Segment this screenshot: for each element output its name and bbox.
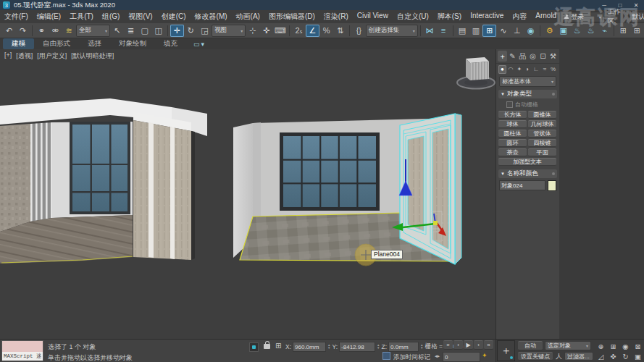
selection-filter-dropdown[interactable]: 全部▾ bbox=[76, 25, 110, 37]
select-and-move-icon[interactable]: ✛ bbox=[170, 25, 184, 37]
edit-named-sets-icon[interactable]: {} bbox=[352, 25, 366, 37]
auto-key-button[interactable]: 自动 bbox=[518, 341, 543, 350]
tab-hierarchy[interactable]: 品 bbox=[518, 51, 527, 62]
rendered-frame-icon[interactable]: ▣ bbox=[556, 25, 570, 37]
x-spinner[interactable]: ▲▼ bbox=[327, 344, 330, 350]
object-color-swatch[interactable] bbox=[548, 180, 556, 191]
mirror-icon[interactable]: ⋈ bbox=[423, 25, 437, 37]
key-filters-figure-icon[interactable]: 人 bbox=[556, 352, 562, 361]
key-mode-icon[interactable]: ✦ bbox=[482, 352, 488, 359]
selected-set-dropdown[interactable]: 选定对象▾ bbox=[545, 341, 591, 350]
autogrid-checkbox[interactable] bbox=[506, 101, 513, 108]
select-object-icon[interactable]: ↖ bbox=[110, 25, 124, 37]
set-key-big-button[interactable]: ＋ bbox=[497, 340, 515, 361]
category-spacewarps[interactable]: ≈ bbox=[541, 65, 549, 74]
angle-snap-icon[interactable]: ∠ bbox=[306, 25, 319, 37]
frame-spinner-arrows[interactable]: ◂▸ bbox=[435, 353, 440, 359]
menu-item[interactable]: Arnold bbox=[531, 12, 561, 22]
primitive-button[interactable]: 圆环 bbox=[498, 139, 527, 147]
menu-item[interactable]: Interactive bbox=[466, 12, 508, 22]
tab-motion[interactable]: ◎ bbox=[528, 51, 538, 62]
render-setup-icon[interactable]: ⚙ bbox=[543, 25, 556, 37]
tab-create[interactable]: ＋ bbox=[498, 51, 507, 62]
curve-editor-icon[interactable]: ∿ bbox=[496, 25, 510, 37]
spinner-snap-icon[interactable]: ⇅ bbox=[333, 25, 347, 37]
select-and-scale-icon[interactable]: ◲ bbox=[198, 25, 212, 37]
render-arnold-icon[interactable]: ⌁ bbox=[598, 25, 611, 37]
schematic-view-icon[interactable]: ⊥ bbox=[510, 25, 524, 37]
bind-to-space-warp-icon[interactable]: ≋ bbox=[62, 25, 76, 37]
named-selection-sets-dropdown[interactable]: 创建选择集▾ bbox=[366, 25, 418, 37]
layer-explorer-icon[interactable]: ▥ bbox=[469, 25, 482, 37]
scene-explorer-icon[interactable]: ▤ bbox=[455, 25, 469, 37]
render-production-icon[interactable]: ♨ bbox=[570, 25, 584, 37]
menu-item[interactable]: 文件(F) bbox=[0, 12, 33, 22]
time-tag-icon[interactable] bbox=[382, 352, 390, 360]
ribbon-tab[interactable]: 填充 bbox=[155, 38, 186, 49]
maxscript-mini-listener[interactable]: MAXScript 迷 bbox=[1, 340, 43, 361]
pan-icon[interactable]: ✜ bbox=[607, 351, 619, 361]
keyboard-override-icon[interactable]: ⌨ bbox=[273, 25, 287, 37]
render-iterative-icon[interactable]: ♨ bbox=[584, 25, 598, 37]
menu-item[interactable]: 组(G) bbox=[98, 12, 124, 22]
maximize-viewport-icon[interactable]: ▣ bbox=[632, 351, 644, 361]
ribbon-tab[interactable]: 自由形式 bbox=[34, 38, 79, 49]
ribbon-tab[interactable]: 对象绘制 bbox=[110, 38, 155, 49]
primitive-button[interactable]: 圆锥体 bbox=[528, 111, 556, 119]
add-time-tag[interactable]: 添加时间标记 bbox=[393, 353, 430, 362]
name-color-rollout[interactable]: ▼名称和颜色 bbox=[498, 169, 557, 178]
viewport-label-segment[interactable]: [默认明暗处理] bbox=[71, 51, 114, 61]
align-icon[interactable]: ≡ bbox=[437, 25, 451, 37]
primitive-button[interactable]: 球体 bbox=[498, 120, 527, 128]
zoom-extents-all-icon[interactable]: ⊠ bbox=[632, 341, 644, 351]
category-systems[interactable]: % bbox=[549, 65, 557, 74]
login-dropdown[interactable]: 登录 ▾ bbox=[561, 12, 605, 22]
workspace-grid-icon[interactable]: ⊞ bbox=[616, 25, 630, 37]
undo-icon[interactable]: ↶ bbox=[2, 25, 16, 37]
primitive-category-dropdown[interactable]: 标准基本体▾ bbox=[499, 76, 556, 87]
use-pivot-center-icon[interactable]: ⊹ bbox=[246, 25, 259, 37]
select-and-manipulate-icon[interactable]: ✜ bbox=[259, 25, 273, 37]
menu-item[interactable]: 渲染(R) bbox=[319, 12, 353, 22]
material-editor-icon[interactable]: ◉ bbox=[524, 25, 538, 37]
ribbon-tab[interactable]: 选择 bbox=[79, 38, 110, 49]
viewport-label-segment[interactable]: [用户定义] bbox=[37, 51, 67, 61]
selection-lock-icon[interactable] bbox=[264, 344, 270, 349]
select-and-link-icon[interactable]: ⚭ bbox=[35, 25, 49, 37]
object-type-rollout[interactable]: ▼对象类型 bbox=[498, 90, 557, 98]
select-by-name-icon[interactable]: ≣ bbox=[124, 25, 138, 37]
percent-snap-icon[interactable]: % bbox=[319, 25, 333, 37]
menu-item[interactable]: 工具(T) bbox=[65, 12, 98, 22]
menu-item[interactable]: 内容 bbox=[508, 12, 531, 22]
primitive-button[interactable]: 四棱锥 bbox=[528, 139, 556, 147]
zoom-extents-icon[interactable]: ◉ bbox=[619, 341, 632, 351]
y-spinner[interactable]: ▲▼ bbox=[377, 344, 380, 350]
tab-display[interactable]: ⊡ bbox=[538, 51, 548, 62]
menu-item[interactable]: 创建(C) bbox=[157, 12, 191, 22]
orbit-icon[interactable]: ↻ bbox=[619, 351, 632, 361]
maxscript-listener-line[interactable]: MAXScript 迷 bbox=[2, 352, 43, 361]
ribbon-tab[interactable]: 建模 bbox=[3, 38, 34, 49]
ribbon-toggle-icon[interactable]: ⊞ bbox=[482, 25, 496, 37]
play-button[interactable]: ▶ bbox=[464, 340, 473, 350]
category-lights[interactable]: ✦ bbox=[515, 65, 523, 74]
z-spinner[interactable]: ▲▼ bbox=[420, 344, 423, 350]
primitive-button[interactable]: 长方体 bbox=[498, 111, 527, 119]
previous-frame-button[interactable]: ‹ bbox=[453, 340, 463, 350]
ribbon-more-dropdown[interactable]: ▭▾ bbox=[193, 41, 204, 48]
zoom-icon[interactable]: ⊕ bbox=[595, 341, 607, 351]
y-coordinate-input[interactable] bbox=[339, 342, 375, 352]
primitive-button[interactable]: 茶壶 bbox=[498, 148, 527, 156]
key-filters-button[interactable]: 过滤器... bbox=[564, 352, 593, 361]
tab-modify[interactable]: ✎ bbox=[508, 51, 517, 62]
object-name-input[interactable] bbox=[499, 180, 545, 190]
viewport-label-segment[interactable]: [+] bbox=[4, 51, 12, 61]
unlink-selection-icon[interactable]: ⚮ bbox=[49, 25, 62, 37]
z-coordinate-input[interactable] bbox=[388, 342, 419, 352]
field-of-view-icon[interactable]: ◿ bbox=[595, 351, 607, 361]
workspace-dropdown[interactable]: 默认 ▾ bbox=[629, 12, 644, 22]
go-to-start-button[interactable]: « bbox=[443, 340, 453, 350]
workspace-grid2-icon[interactable]: ⊞ bbox=[630, 25, 644, 37]
primitive-button[interactable]: 平面 bbox=[528, 148, 556, 156]
menu-item[interactable]: Civil View bbox=[353, 12, 393, 22]
